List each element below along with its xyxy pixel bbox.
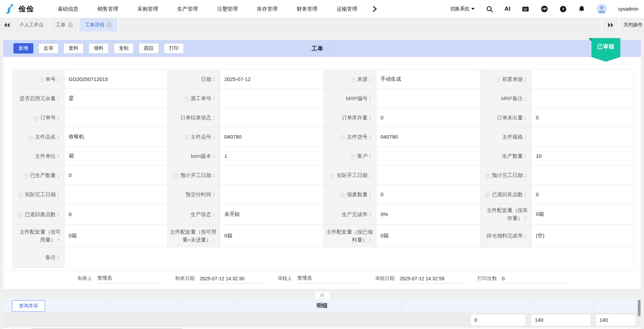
field-value: 1: [220, 146, 324, 166]
toolbar-button[interactable]: 反审: [38, 43, 58, 54]
dashboard-gauge-icon[interactable]: [541, 5, 548, 13]
help-icon[interactable]: ?: [340, 135, 345, 140]
audit-field-label: 审核人: [278, 275, 292, 283]
field-label: 主件配套量（按库存量）：: [480, 204, 532, 225]
field-label: ?已生产数量：: [13, 166, 65, 185]
collapse-tabs-icon[interactable]: [0, 18, 14, 32]
detail-grid-cell[interactable]: 0: [471, 315, 525, 326]
help-icon[interactable]: ?: [33, 116, 38, 121]
nav-menu-item[interactable]: 生产管理: [177, 6, 198, 12]
tab[interactable]: 工单 ×: [50, 18, 79, 32]
field-label: ?主件品号：: [168, 127, 220, 146]
field-label: ?主件货号：: [324, 127, 376, 146]
nav-menu-item[interactable]: 库存管理: [257, 6, 278, 12]
switch-system-dropdown[interactable]: 切换系统: [450, 6, 475, 12]
detail-grid-cell[interactable]: 140: [531, 315, 590, 326]
tab-label: 个人工作台: [20, 22, 44, 28]
field-value: [376, 89, 480, 108]
bell-icon[interactable]: [578, 5, 585, 13]
help-icon[interactable]: ?: [184, 135, 189, 140]
nav-menu-item[interactable]: 采购管理: [137, 6, 158, 12]
keyboard-icon[interactable]: [522, 5, 529, 13]
close-operations-button[interactable]: 关闭操作: [619, 18, 644, 32]
help-icon[interactable]: ?: [23, 174, 28, 179]
help-icon[interactable]: ?: [18, 213, 23, 218]
tab-close-icon[interactable]: ×: [68, 23, 73, 27]
toolbar-buttons: 新增 反审 套料 领料 复制 跟踪 打印: [13, 43, 184, 54]
help-icon[interactable]: ?: [340, 193, 345, 198]
field-value: (空): [532, 224, 634, 247]
collapse-panel-button[interactable]: [314, 291, 330, 299]
field-label: ?已退回废品数：: [13, 204, 65, 225]
field-value: [220, 108, 324, 127]
help-icon[interactable]: ?: [560, 5, 567, 13]
column-separator: [182, 299, 182, 313]
favorite-star-icon[interactable]: ☆: [326, 45, 332, 52]
tab-close-icon[interactable]: ×: [107, 23, 112, 27]
tab[interactable]: 工单详情 ×: [79, 18, 118, 32]
help-icon[interactable]: ?: [28, 135, 33, 140]
toolbar-button[interactable]: 跟踪: [139, 43, 159, 54]
field-value: [532, 89, 634, 108]
field-label: ?来源：: [324, 70, 376, 89]
toolbar-button[interactable]: 复制: [114, 43, 134, 54]
field-label: 订单结束状态：: [168, 108, 220, 127]
query-stock-button[interactable]: 查询库存: [12, 300, 45, 312]
audit-field-label: 审核日期: [375, 275, 395, 283]
field-label: ?预计开工日期：: [168, 166, 220, 185]
ai-assistant-button[interactable]: AI: [505, 5, 510, 12]
field-label: 排仓领料完成率：: [480, 224, 532, 247]
audit-field-label: 打印次数: [478, 275, 497, 283]
help-icon[interactable]: ?: [485, 174, 490, 179]
help-icon[interactable]: ?: [184, 97, 189, 102]
detail-grid-cell[interactable]: 140: [596, 315, 635, 326]
open-tabs: 个人工作台 × 工单 × 工单详情 ×: [14, 18, 118, 32]
form-row: ?单号：GD20250712015日期：2025-07-12?来源：手动生成?前…: [13, 70, 634, 89]
field-value: 手动生成: [376, 70, 480, 89]
vertical-scrollbar-thumb[interactable]: [638, 300, 641, 316]
nav-menu-item[interactable]: 基础信息: [58, 6, 78, 12]
nav-menu-item[interactable]: 运输管理: [337, 6, 357, 12]
field-label: 日期：: [168, 70, 220, 89]
audit-field-value: 2025-07-12 14:32:30: [199, 276, 264, 283]
toolbar-button[interactable]: 打印: [164, 43, 184, 54]
help-icon[interactable]: ?: [330, 174, 335, 179]
audit-field: 制单人 管理员: [78, 275, 162, 283]
help-icon[interactable]: ?: [38, 78, 44, 83]
avatar[interactable]: [597, 4, 607, 14]
detail-title: 明细: [317, 302, 328, 309]
menu-more-chevron-icon[interactable]: [372, 5, 378, 12]
help-icon[interactable]: ?: [485, 193, 490, 198]
username[interactable]: sysadmin: [618, 6, 639, 12]
field-value: 10: [532, 146, 634, 166]
audit-field-label: 制单日期: [176, 275, 195, 283]
field-value: [220, 166, 324, 185]
nav-menu-item[interactable]: 注塑管理: [217, 6, 238, 12]
field-value: 2025-07-12: [220, 70, 324, 89]
app-logo[interactable]: 俭俭: [3, 3, 58, 15]
toolbar-button[interactable]: 领料: [89, 43, 109, 54]
help-icon[interactable]: ?: [495, 78, 500, 83]
nav-menu-item[interactable]: 财务管理: [297, 6, 317, 12]
help-icon[interactable]: ?: [350, 78, 355, 83]
double-chevron-up-icon: [319, 293, 325, 297]
tab[interactable]: 个人工作台 ×: [14, 18, 50, 32]
form-row: ?订单号：订单结束状态：订单库存量：0订单未出量：0: [13, 108, 634, 127]
toolbar-button[interactable]: 新增: [13, 43, 33, 54]
horizontal-scrollbar[interactable]: [3, 327, 641, 329]
field-label: ?订单号：: [13, 108, 65, 127]
help-icon[interactable]: ?: [173, 174, 179, 179]
audit-field-value: 管理员: [97, 275, 162, 283]
help-icon[interactable]: ?: [350, 154, 355, 160]
help-icon[interactable]: ?: [18, 193, 23, 198]
field-value: GD20250712015: [65, 70, 168, 89]
nav-menu-item[interactable]: 销售管理: [98, 6, 118, 12]
field-label: 是否启用冗余量：: [13, 89, 65, 108]
toolbar-button[interactable]: 套料: [64, 43, 83, 54]
expand-tabs-icon[interactable]: [602, 18, 619, 32]
form-row: 是否启用冗余量：是?源工单号：MRP编号：MRP备注：: [13, 89, 634, 108]
search-icon[interactable]: [486, 5, 493, 13]
field-value: [532, 166, 634, 185]
field-label: ?实际开工日期：: [324, 166, 376, 185]
field-label: 主件单位：: [13, 146, 65, 166]
